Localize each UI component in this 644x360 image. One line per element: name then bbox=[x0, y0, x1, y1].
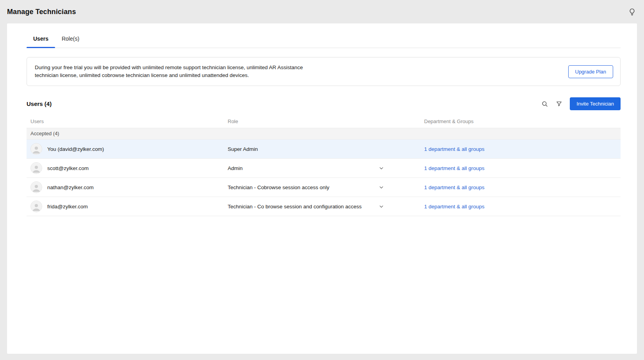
table-row[interactable]: You (david@zylker.com) Super Admin 1 dep… bbox=[27, 140, 621, 159]
user-role: Admin bbox=[228, 165, 243, 171]
person-icon bbox=[31, 143, 42, 155]
department-link[interactable]: 1 department & all groups bbox=[424, 165, 485, 171]
department-link[interactable]: 1 department & all groups bbox=[424, 204, 485, 210]
users-toolbar: Users (4) Invite Technician bbox=[27, 97, 621, 110]
users-count-title: Users (4) bbox=[27, 100, 52, 107]
lightbulb-icon[interactable] bbox=[628, 8, 636, 16]
chevron-down-icon[interactable] bbox=[378, 184, 384, 190]
table-row[interactable]: nathan@zylker.com Technician - Cobrowse … bbox=[27, 178, 621, 197]
tab-roles[interactable]: Role(s) bbox=[55, 33, 86, 48]
table-row[interactable]: frida@zylker.com Technician - Co browse … bbox=[27, 197, 621, 216]
avatar bbox=[30, 162, 42, 174]
user-role: Technician - Cobrowse session access onl… bbox=[228, 184, 329, 190]
users-table: Users Role Department & Groups Accepted … bbox=[27, 115, 621, 216]
avatar bbox=[30, 201, 42, 212]
avatar bbox=[30, 181, 42, 193]
table-row[interactable]: scott@zylker.com Admin 1 department & al… bbox=[27, 159, 621, 178]
avatar bbox=[30, 143, 42, 155]
user-email: frida@zylker.com bbox=[47, 204, 88, 210]
search-icon[interactable] bbox=[541, 100, 548, 107]
person-icon bbox=[31, 182, 42, 193]
content-panel: Users Role(s) During your free trial you… bbox=[7, 23, 637, 354]
group-header-accepted[interactable]: Accepted (4) bbox=[27, 128, 621, 140]
column-header-departments: Department & Groups bbox=[420, 118, 621, 124]
invite-technician-button[interactable]: Invite Technician bbox=[570, 97, 621, 110]
user-email: nathan@zylker.com bbox=[47, 184, 94, 190]
chevron-down-icon[interactable] bbox=[378, 165, 384, 171]
app-header: Manage Technicians bbox=[0, 0, 644, 23]
department-link[interactable]: 1 department & all groups bbox=[424, 146, 485, 152]
tabs: Users Role(s) bbox=[27, 23, 621, 48]
user-role: Technician - Co browse session and confi… bbox=[228, 204, 362, 210]
trial-banner: During your free trial you will be provi… bbox=[27, 57, 621, 86]
table-header: Users Role Department & Groups bbox=[27, 115, 621, 128]
person-icon bbox=[31, 163, 42, 174]
tab-users[interactable]: Users bbox=[27, 33, 55, 48]
column-header-users: Users bbox=[27, 118, 224, 124]
user-email: You (david@zylker.com) bbox=[47, 146, 104, 152]
trial-banner-text: During your free trial you will be provi… bbox=[35, 64, 326, 79]
chevron-down-icon[interactable] bbox=[378, 204, 384, 210]
filter-icon[interactable] bbox=[556, 100, 562, 107]
user-email: scott@zylker.com bbox=[47, 165, 89, 171]
person-icon bbox=[31, 201, 42, 212]
upgrade-plan-button[interactable]: Upgrade Plan bbox=[568, 65, 614, 78]
column-header-role: Role bbox=[224, 118, 420, 124]
department-link[interactable]: 1 department & all groups bbox=[424, 184, 485, 190]
user-role: Super Admin bbox=[228, 146, 258, 152]
page-title: Manage Technicians bbox=[7, 8, 76, 16]
